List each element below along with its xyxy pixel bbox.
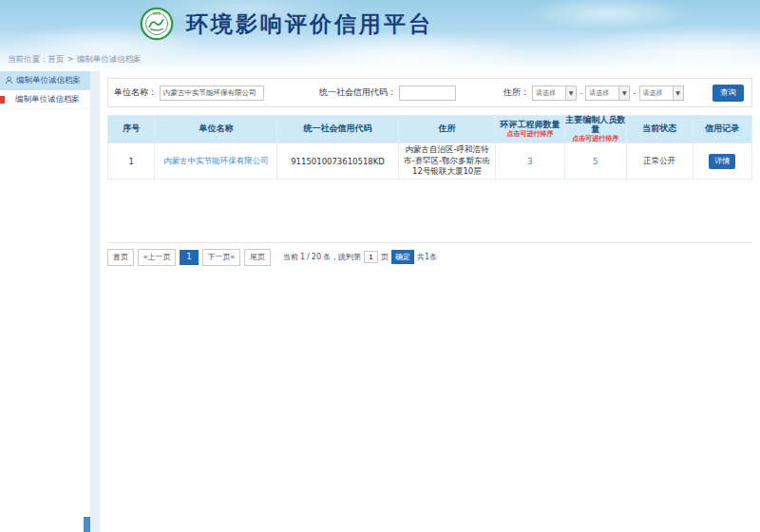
col-credit-code: 统一社会信用代码 [277,116,398,143]
jump-page-input[interactable] [364,251,378,263]
chevron-down-icon: ▼ [565,86,576,100]
col-index: 序号 [108,116,155,143]
detail-button[interactable]: 详情 [709,154,735,169]
staff-count-link[interactable]: 5 [593,157,598,166]
first-page-button[interactable]: 首页 [107,249,134,266]
breadcrumb-current: 编制单位诚信档案 [77,54,142,64]
cell-credit-code: 9115010073610518KD [277,143,398,179]
per-page-count: 20 [312,253,321,261]
unit-name-link[interactable]: 内蒙古中实节能环保有限公司 [163,156,269,165]
col-unit-name: 单位名称 [155,116,277,143]
col-engineer-count-sortable[interactable]: 环评工程师数量 点击可进行排序 [496,116,565,143]
main-content: 单位名称： 统一社会信用代码： 住所： 请选择 ▼ - 请选择 ▼ - 请选择 … [100,71,760,532]
city-select[interactable]: 请选择 ▼ [585,86,630,101]
engineer-count-link[interactable]: 3 [527,157,532,166]
next-page-button[interactable]: 下一页» [202,249,240,266]
col-status: 当前状态 [626,116,693,143]
query-button[interactable]: 查询 [712,85,744,102]
chevron-down-icon: ▼ [618,86,629,100]
credit-code-input[interactable] [399,86,456,101]
province-select-value: 请选择 [533,88,565,98]
current-page-button[interactable]: 1 [180,250,198,265]
page-word: 页 [381,252,389,262]
table-header-row: 序号 单位名称 统一社会信用代码 住所 环评工程师数量 点击可进行排序 主要编制… [108,116,752,143]
current-label: 当前 [283,252,298,262]
page-body: 编制单位诚信档案 编制单位诚信档案 单位名称： 统一社会信用代码： 住所： 请选… [0,71,760,532]
sidebar-header-label: 编制单位诚信档案 [16,75,81,86]
brand: MEE 环境影响评价信用平台 [140,7,433,41]
col-address: 住所 [398,116,495,143]
address-label: 住所： [504,86,529,99]
cell-address: 内蒙古自治区-呼和浩特市-赛罕区-鄂尔多斯东街12号银联大厦10层 [398,143,495,179]
chevron-down-icon: ▼ [673,86,683,100]
page-slash: / [307,253,310,261]
col-staff-count-sortable[interactable]: 主要编制人员数量 点击可进行排序 [564,116,626,143]
prev-page-button[interactable]: «上一页 [138,249,176,266]
page-title: 环境影响评价信用平台 [186,10,433,39]
pagination-divider [107,242,752,243]
total-records: 共1条 [417,252,437,262]
district-select-value: 请选择 [640,88,673,98]
pagination-info: 当前 1 / 20 条，跳到第 页 确定 共1条 [282,250,438,264]
cell-status: 正常公开 [626,143,693,179]
svg-text:MEE: MEE [153,11,162,16]
search-form: 单位名称： 统一社会信用代码： 住所： 请选择 ▼ - 请选择 ▼ - 请选择 … [107,78,752,107]
district-select[interactable]: 请选择 ▼ [639,86,684,101]
sidebar-item-label: 编制单位诚信档案 [15,94,80,105]
breadcrumb-prefix: 当前位置： [8,54,48,64]
select-separator: - [633,88,636,98]
sidebar-scrollbar-thumb[interactable] [84,517,90,532]
pagination: 首页 «上一页 1 下一页» 尾页 当前 1 / 20 条，跳到第 页 确定 共… [107,249,752,266]
sidebar-header[interactable]: 编制单位诚信档案 [0,71,90,90]
results-table: 序号 单位名称 统一社会信用代码 住所 环评工程师数量 点击可进行排序 主要编制… [107,115,752,180]
mee-logo-icon: MEE [140,7,174,41]
site-header: MEE 环境影响评价信用平台 当前位置：首页>编制单位诚信档案 [0,0,760,71]
credit-code-label: 统一社会信用代码： [319,86,396,99]
col-credit-record: 信用记录 [693,116,751,143]
confirm-jump-button[interactable]: 确定 [391,250,414,264]
breadcrumb-home-link[interactable]: 首页 [48,54,65,64]
cell-index: 1 [108,143,155,179]
last-page-button[interactable]: 尾页 [244,249,271,266]
jump-prefix: 条，跳到第 [323,252,361,262]
cell-credit-record: 详情 [693,143,751,179]
sort-hint: 点击可进行排序 [496,131,564,139]
city-select-value: 请选择 [586,88,618,98]
sort-hint: 点击可进行排序 [565,136,626,143]
person-icon [5,76,13,86]
table-row: 1 内蒙古中实节能环保有限公司 9115010073610518KD 内蒙古自治… [108,143,752,179]
cell-staff-count: 5 [564,143,626,179]
unit-name-input[interactable] [160,86,264,101]
cell-engineer-count: 3 [496,143,565,179]
sidebar: 编制单位诚信档案 编制单位诚信档案 [0,71,90,532]
breadcrumb-separator: > [67,54,74,64]
breadcrumb: 当前位置：首页>编制单位诚信档案 [8,54,142,66]
unit-name-label: 单位名称： [114,86,157,99]
sidebar-item-unit-credit-archive[interactable]: 编制单位诚信档案 [0,90,90,109]
current-page-number: 1 [300,253,305,261]
menu-red-icon [0,96,5,104]
cell-unit-name: 内蒙古中实节能环保有限公司 [155,143,277,179]
province-select[interactable]: 请选择 ▼ [532,86,577,101]
sidebar-content-divider [90,71,100,532]
select-separator: - [580,88,582,98]
